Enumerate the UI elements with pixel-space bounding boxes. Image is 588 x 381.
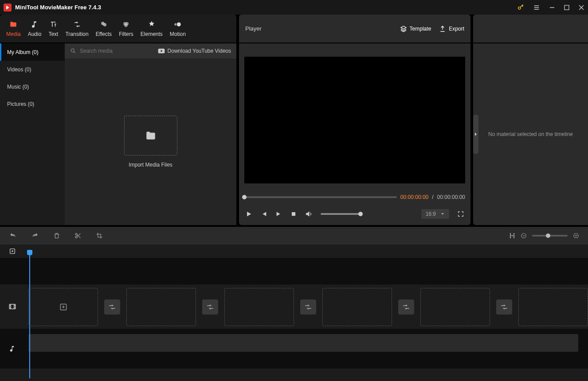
properties-panel: No material selected on the timeline [473,15,588,225]
app-title: MiniTool MovieMaker Free 7.4.3 [15,4,517,11]
tab-text[interactable]: Text [45,15,62,43]
stop-button[interactable] [290,211,297,217]
volume-icon[interactable] [305,210,313,218]
import-media-label: Import Media Files [129,162,172,168]
delete-button[interactable] [53,232,60,239]
next-frame-button[interactable] [275,210,282,218]
video-track-icon [0,284,25,329]
crop-button[interactable] [96,232,103,239]
svg-point-4 [103,23,106,27]
search-input[interactable] [80,48,133,54]
tab-elements[interactable]: Elements [137,15,166,43]
svg-rect-19 [9,304,16,309]
add-track-button[interactable] [0,245,25,258]
aspect-ratio-select[interactable]: 16:9 [421,209,449,219]
tab-filters[interactable]: Filters [115,15,137,43]
video-preview [244,57,465,183]
tab-effects[interactable]: Effects [92,15,115,43]
seek-bar[interactable] [244,196,397,198]
transition-slot[interactable] [202,299,218,315]
import-clip-icon [59,303,68,311]
audio-track-strip[interactable] [28,334,578,352]
chevron-down-icon [440,212,445,216]
zoom-in-button[interactable] [573,233,579,239]
svg-point-7 [125,23,128,27]
title-bar: MiniTool MovieMaker Free 7.4.3 [0,0,588,15]
sidebar-item-pictures[interactable]: Pictures (0) [0,95,65,113]
split-button[interactable] [74,232,82,239]
time-current: 00:00:00:00 [400,194,428,200]
sidebar-item-my-album[interactable]: My Album (0) [0,43,65,61]
export-button[interactable]: Export [439,25,464,32]
collapse-properties-button[interactable] [473,115,478,154]
time-duration: 00:00:00:00 [437,194,465,200]
clip-slot[interactable] [28,288,98,326]
timeline-toolbar [0,227,588,245]
clip-slot[interactable] [322,288,392,326]
window-minimize-button[interactable] [549,4,555,11]
search-icon [70,48,76,54]
sidebar-item-videos[interactable]: Videos (0) [0,61,65,78]
audio-track-icon [0,329,25,369]
prev-frame-button[interactable] [260,210,267,218]
svg-rect-2 [564,5,569,10]
svg-point-1 [518,7,521,9]
clip-slot[interactable] [126,288,196,326]
volume-slider[interactable] [321,213,361,215]
player-label: Player [245,25,392,32]
zoom-handle[interactable] [546,233,550,238]
clip-slot[interactable] [224,288,294,326]
clip-slot[interactable] [420,288,490,326]
zoom-slider[interactable] [532,235,568,237]
undo-button[interactable] [9,232,17,240]
player-panel: Player Template Export 00:00:00:00 / 00:… [239,15,470,225]
main-tabs: Media Audio Text Transition Effects Filt… [0,15,236,43]
tab-transition[interactable]: Transition [62,15,92,43]
play-button[interactable] [245,210,252,218]
transition-slot[interactable] [398,299,414,315]
svg-marker-12 [247,212,251,217]
fullscreen-button[interactable] [457,210,464,218]
timeline[interactable] [0,245,588,381]
library-sidebar: My Album (0) Videos (0) Music (0) Pictur… [0,43,65,225]
key-icon[interactable] [517,4,524,11]
sidebar-item-music[interactable]: Music (0) [0,78,65,95]
window-maximize-button[interactable] [564,5,569,10]
seek-handle[interactable] [242,195,247,199]
window-close-button[interactable] [578,4,584,11]
download-youtube-button[interactable]: Download YouTube Videos [158,48,231,54]
svg-point-9 [71,49,74,52]
transition-slot[interactable] [104,299,120,315]
volume-handle[interactable] [358,212,363,216]
app-logo-icon [4,4,12,12]
template-button[interactable]: Template [400,25,431,32]
tab-audio[interactable]: Audio [24,15,45,43]
transition-slot[interactable] [496,299,512,315]
tab-motion[interactable]: Motion [166,15,189,43]
video-track[interactable] [28,288,588,326]
transition-slot[interactable] [300,299,316,315]
library-panel: Media Audio Text Transition Effects Filt… [0,15,236,225]
zoom-out-button[interactable] [521,233,527,239]
menu-icon[interactable] [533,4,540,11]
svg-point-8 [177,22,181,26]
chevron-right-icon [474,132,478,136]
template-icon [400,25,407,32]
clip-slot[interactable] [518,288,588,326]
youtube-icon [158,48,165,54]
export-icon [439,25,446,32]
tab-media[interactable]: Media [3,15,24,43]
folder-icon [145,131,157,140]
fit-zoom-button[interactable] [509,232,515,239]
svg-rect-13 [292,212,295,216]
search-media[interactable] [70,48,153,54]
svg-marker-0 [6,5,9,9]
properties-empty-text: No material selected on the timeline [488,131,573,137]
import-media-dropzone[interactable] [124,116,177,156]
redo-button[interactable] [31,232,39,240]
